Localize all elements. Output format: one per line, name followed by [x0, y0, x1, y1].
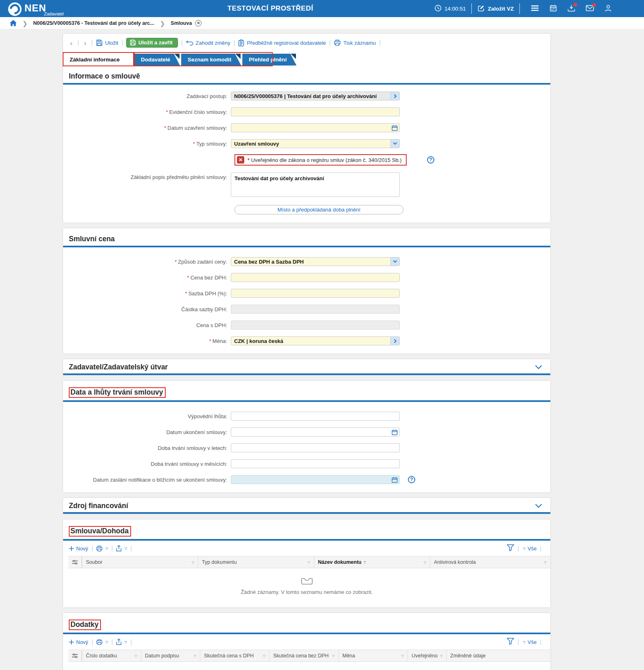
view-all-button[interactable]: Vše [528, 546, 537, 552]
validation-error-box: ✕ * Uveřejněno dle zákona o registru sml… [234, 154, 407, 166]
vypovedni-lhuta-input[interactable] [231, 412, 400, 421]
column-filter-icon[interactable]: ▽ [261, 654, 265, 658]
popis-predmetu-textarea[interactable]: Testování dat pro účely archivování [231, 172, 400, 197]
breadcrumb-procedure[interactable]: N006/25/V00005376 - Testování dat pro úč… [33, 20, 154, 26]
new-dodatek-button[interactable]: Nový [69, 639, 88, 645]
column-settings-icon [72, 559, 78, 565]
column-header-skutecna-cena-s-dph[interactable]: Skutečná cena s DPH ▽ [200, 650, 269, 661]
column-settings-button[interactable] [68, 557, 82, 568]
column-filter-icon[interactable]: ▽ [438, 654, 442, 658]
save-and-close-button[interactable]: Uložit a zavřít [126, 38, 178, 48]
open-record-button[interactable] [390, 92, 399, 100]
tab-dodavatele[interactable]: Dodavatelé [134, 54, 180, 65]
column-header-antivirova-kontrola[interactable]: Antivirová kontrola ▽ [430, 557, 550, 568]
column-filter-icon[interactable]: ▽ [305, 561, 310, 564]
mena-field[interactable]: CZK | koruna česká [231, 336, 400, 345]
column-header-typ-dokumentu[interactable]: Typ dokumentu ▽ [198, 557, 314, 568]
doba-trvani-letech-input[interactable] [231, 443, 400, 452]
save-button[interactable]: Uložit [96, 39, 118, 46]
menu-button[interactable] [531, 5, 539, 13]
column-header-zmenene-udaje[interactable]: Změněné údaje [446, 650, 550, 661]
notification-dot [592, 3, 596, 7]
calendar-icon[interactable] [392, 125, 398, 131]
column-filter-icon[interactable]: ▽ [191, 654, 196, 658]
dropdown-arrow-icon: ▽ [105, 640, 108, 644]
field-label: Typ smlouvy: [63, 141, 231, 147]
export-grid-button[interactable]: ▽ [116, 639, 127, 645]
section-divider [63, 246, 550, 247]
column-header-skutecna-cena-bez-dph[interactable]: Skutečná cena bez DPH ▽ [269, 650, 338, 661]
nav-back-icon[interactable]: ‹ [68, 39, 74, 47]
messages-button[interactable] [586, 5, 594, 13]
expand-chevron-icon[interactable] [535, 365, 542, 369]
column-header-mena[interactable]: Měna ▽ [338, 650, 407, 661]
datum-notifikace-input[interactable] [231, 475, 400, 484]
export-grid-button[interactable]: ▽ [116, 545, 127, 552]
calendar-button[interactable] [550, 4, 557, 13]
print-grid-button[interactable]: ▽ [96, 546, 108, 552]
datum-uzavreni-input[interactable] [231, 123, 400, 132]
dodatky-grid-toolbar: Nový | ▽ | ▽ | | ▽ Vše | [63, 634, 550, 650]
plus-icon [69, 546, 74, 551]
printer-icon [334, 39, 341, 46]
column-header-nazev-dokumentu[interactable]: Název dokumentu ↑ ▽ [314, 557, 430, 568]
zadavatel-section-header[interactable]: Zadavatel/Zadavatelský útvar [63, 359, 550, 373]
zdroj-section-header[interactable]: Zdroj financování [63, 498, 550, 512]
doba-trvani-mesicich-input[interactable] [231, 459, 400, 468]
tab-zakladni-informace[interactable]: Základní informace [63, 54, 133, 65]
filter-button[interactable] [507, 638, 514, 646]
calendar-icon[interactable] [392, 477, 398, 483]
column-filter-icon[interactable]: ▽ [421, 561, 426, 564]
create-vz-button[interactable]: Založit VZ [478, 4, 514, 13]
column-filter-icon[interactable]: ▽ [542, 561, 547, 564]
column-settings-button[interactable] [68, 650, 82, 661]
print-record-button[interactable]: Tisk záznamu [334, 39, 376, 46]
help-icon[interactable]: ? [427, 156, 434, 164]
chevron-down-icon[interactable] [390, 140, 399, 148]
user-profile-button[interactable] [605, 4, 612, 13]
evidencni-cislo-input[interactable] [231, 107, 400, 116]
tab-seznam-komodit[interactable]: Seznam komodit [181, 54, 241, 65]
zpusob-zadani-ceny-select[interactable]: Cena bez DPH a Sazba DPH [231, 257, 400, 266]
column-filter-icon[interactable]: ▽ [189, 561, 194, 564]
dropdown-arrow-icon: ▽ [523, 640, 526, 644]
field-label: Datum ukončení smlouvy: [63, 429, 231, 435]
expand-chevron-icon[interactable] [535, 504, 542, 508]
typ-smlouvy-select[interactable]: Uzavření smlouvy [231, 139, 400, 148]
section-title-zdroj: Zdroj financování [69, 502, 128, 510]
column-filter-icon[interactable]: ▽ [132, 654, 137, 658]
nav-forward-icon[interactable]: › [82, 39, 88, 47]
misto-doba-plneni-button[interactable]: Místo a předpokládaná doba plnění [234, 205, 403, 214]
close-tab-icon[interactable]: ✕ [195, 20, 202, 26]
tab-prehled-plneni[interactable]: Přehled plnění [242, 54, 296, 65]
column-filter-icon[interactable]: ▽ [399, 654, 404, 658]
column-header-cislo-dodatku[interactable]: Číslo dodatku ▽ [82, 650, 141, 661]
column-header-datum-podpisu[interactable]: Datum podpisu ▽ [141, 650, 200, 661]
help-icon[interactable]: ? [408, 476, 415, 483]
field-label: Datum zaslání notifikace o blížícím se u… [63, 477, 231, 483]
print-grid-button[interactable]: ▽ [96, 639, 108, 645]
funnel-icon [507, 638, 514, 645]
column-header-uverejneno[interactable]: Uveřejněno ▽ [407, 650, 446, 661]
required-star: * [248, 157, 250, 163]
chevron-down-icon[interactable] [390, 258, 399, 266]
home-button[interactable] [10, 20, 17, 26]
column-filter-icon[interactable]: ▽ [330, 654, 335, 658]
nen-logo[interactable]: NEN Zadavatel [8, 1, 46, 16]
new-document-button[interactable]: Nový [69, 546, 88, 552]
breadcrumb-current: Smlouva [171, 20, 192, 26]
preregister-supplier-button[interactable]: Předběžně registrovat dodavatele [238, 39, 326, 46]
cena-bez-dph-input[interactable] [231, 273, 400, 282]
column-header-soubor[interactable]: Soubor ▽ [82, 557, 198, 568]
filter-button[interactable] [507, 544, 514, 552]
discard-changes-button[interactable]: Zahodit změny [186, 40, 230, 46]
view-all-button[interactable]: Vše [528, 639, 537, 645]
smlouva-table-header: Soubor ▽ Typ dokumentu ▽ Název dokumentu… [68, 556, 550, 568]
castka-sazby-dph-field [231, 305, 400, 314]
nen-logo-icon [8, 2, 22, 16]
sazba-dph-input[interactable] [231, 289, 400, 298]
open-record-button[interactable] [390, 337, 399, 345]
downloads-button[interactable] [567, 4, 575, 13]
calendar-icon[interactable] [392, 429, 398, 435]
datum-ukonceni-input[interactable] [231, 428, 400, 436]
